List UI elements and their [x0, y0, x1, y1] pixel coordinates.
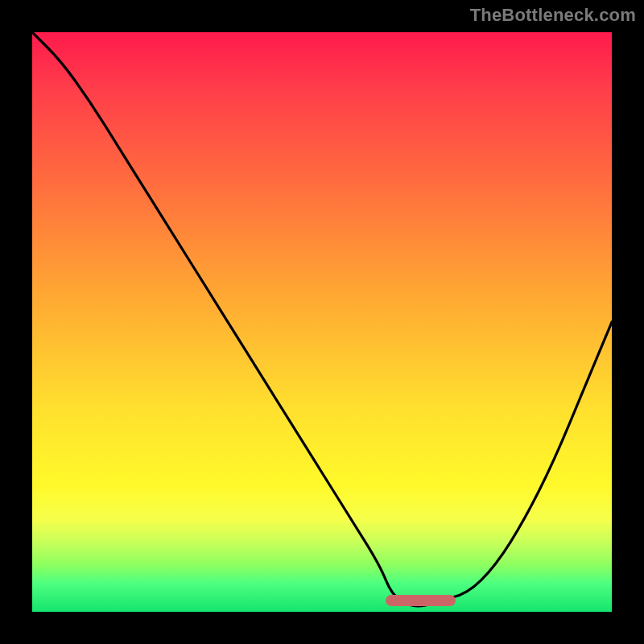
plot-area	[32, 32, 612, 612]
watermark-text: TheBottleneck.com	[470, 5, 636, 26]
optimal-range-marker	[386, 595, 455, 606]
chart-frame: TheBottleneck.com	[0, 0, 644, 644]
bottleneck-curve	[32, 32, 612, 612]
